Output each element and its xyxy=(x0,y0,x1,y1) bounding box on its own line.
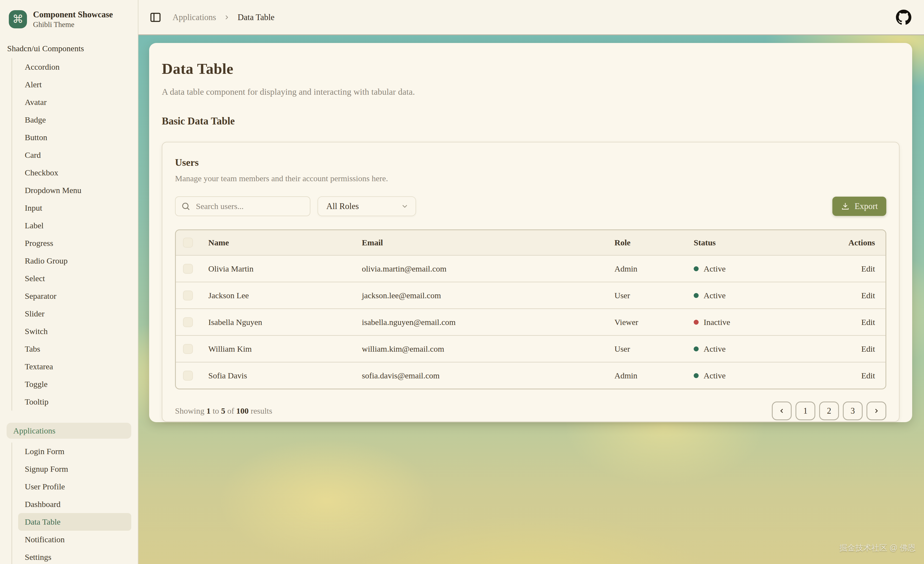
sidebar-item-tabs[interactable]: Tabs xyxy=(18,340,131,358)
row-checkbox[interactable] xyxy=(183,317,193,327)
sidebar-item-radio-group[interactable]: Radio Group xyxy=(18,252,131,269)
pagination-next-button[interactable] xyxy=(867,402,886,420)
status-dot xyxy=(694,293,699,298)
edit-button[interactable]: Edit xyxy=(861,317,875,326)
sidebar: ⌘ Component Showcase Ghibli Theme Shadcn… xyxy=(0,0,138,564)
table-header-row: Name Email Role Status Actions xyxy=(176,230,885,255)
edit-button[interactable]: Edit xyxy=(861,291,875,300)
pagination-page-3[interactable]: 3 xyxy=(843,402,862,420)
breadcrumb-current: Data Table xyxy=(237,12,274,22)
pagination-page-1[interactable]: 1 xyxy=(795,402,815,420)
sidebar-item-progress[interactable]: Progress xyxy=(18,235,131,252)
sidebar-toggle-icon[interactable] xyxy=(149,11,162,23)
cell-email: olivia.martin@email.com xyxy=(362,264,615,274)
sidebar-item-dashboard[interactable]: Dashboard xyxy=(18,495,131,513)
role-filter-select[interactable]: All Roles xyxy=(318,196,416,216)
page-panel: Data Table A data table component for di… xyxy=(149,43,912,422)
export-button[interactable]: Export xyxy=(832,197,886,216)
app-title: Component Showcase xyxy=(33,9,113,20)
status-dot xyxy=(694,373,699,378)
export-label: Export xyxy=(855,201,878,211)
row-checkbox[interactable] xyxy=(183,264,193,274)
cell-name: Olivia Martin xyxy=(208,264,362,274)
sidebar-item-button[interactable]: Button xyxy=(18,129,131,146)
sidebar-item-badge[interactable]: Badge xyxy=(18,111,131,129)
sidebar-item-input[interactable]: Input xyxy=(18,199,131,217)
table-row: William Kim william.kim@email.com User A… xyxy=(176,335,885,362)
app-root: ⌘ Component Showcase Ghibli Theme Shadcn… xyxy=(0,0,924,564)
status-dot xyxy=(694,320,699,325)
app-subtitle: Ghibli Theme xyxy=(33,20,113,30)
cell-role: Viewer xyxy=(615,317,694,327)
search-input[interactable] xyxy=(175,196,310,216)
sidebar-item-label[interactable]: Label xyxy=(18,217,131,235)
sidebar-item-notification[interactable]: Notification xyxy=(18,531,131,548)
section-heading: Basic Data Table xyxy=(162,115,900,127)
sidebar-item-alert[interactable]: Alert xyxy=(18,76,131,93)
sidebar-item-login-form[interactable]: Login Form xyxy=(18,442,131,460)
status-dot xyxy=(694,346,699,351)
sidebar-item-dropdown-menu[interactable]: Dropdown Menu xyxy=(18,182,131,199)
sidebar-item-user-profile[interactable]: User Profile xyxy=(18,478,131,495)
column-header-status: Status xyxy=(694,238,848,247)
breadcrumb: Applications Data Table xyxy=(172,12,274,22)
sidebar-item-toggle[interactable]: Toggle xyxy=(18,375,131,393)
sidebar-item-data-table[interactable]: Data Table xyxy=(18,513,131,531)
cell-role: User xyxy=(615,291,694,300)
sidebar-item-separator[interactable]: Separator xyxy=(18,287,131,305)
page-description: A data table component for displaying an… xyxy=(162,87,900,97)
search-box xyxy=(175,196,310,216)
row-checkbox[interactable] xyxy=(183,371,193,381)
card-description: Manage your team members and their accou… xyxy=(175,174,886,183)
cell-name: Sofia Davis xyxy=(208,371,362,380)
table-row: Jackson Lee jackson.lee@email.com User A… xyxy=(176,282,885,308)
row-checkbox[interactable] xyxy=(183,344,193,354)
sidebar-item-textarea[interactable]: Textarea xyxy=(18,358,131,375)
watermark: 掘金技术社区 @ 佛恩 xyxy=(839,543,916,553)
pagination-prev-button[interactable] xyxy=(772,402,792,420)
sidebar-item-select[interactable]: Select xyxy=(18,269,131,287)
cell-role: Admin xyxy=(615,264,694,274)
cell-role: User xyxy=(615,344,694,353)
edit-button[interactable]: Edit xyxy=(861,344,875,353)
cell-role: Admin xyxy=(615,371,694,380)
edit-button[interactable]: Edit xyxy=(861,371,875,380)
status-label: Active xyxy=(704,371,726,380)
cell-email: william.kim@email.com xyxy=(362,344,615,353)
users-table: Name Email Role Status Actions Olivia Ma… xyxy=(175,229,886,390)
cell-name: Isabella Nguyen xyxy=(208,317,362,327)
components-nav: Accordion Alert Avatar Badge Button Card… xyxy=(12,58,131,411)
sidebar-item-slider[interactable]: Slider xyxy=(18,305,131,322)
select-all-checkbox[interactable] xyxy=(183,238,193,248)
column-header-name: Name xyxy=(208,238,362,247)
page-title: Data Table xyxy=(162,60,900,77)
search-icon xyxy=(181,202,190,211)
chevron-right-icon xyxy=(223,14,230,21)
sidebar-item-tooltip[interactable]: Tooltip xyxy=(18,393,131,411)
sidebar-item-accordion[interactable]: Accordion xyxy=(18,58,131,76)
edit-button[interactable]: Edit xyxy=(861,264,875,273)
users-card: Users Manage your team members and their… xyxy=(162,142,900,422)
breadcrumb-applications[interactable]: Applications xyxy=(172,12,216,22)
command-icon: ⌘ xyxy=(9,10,27,29)
cell-email: sofia.davis@email.com xyxy=(362,371,615,380)
card-title: Users xyxy=(175,157,886,168)
pagination-page-2[interactable]: 2 xyxy=(819,402,839,420)
github-icon[interactable] xyxy=(896,10,911,25)
sidebar-item-checkbox[interactable]: Checkbox xyxy=(18,164,131,182)
chevron-right-icon xyxy=(873,407,880,414)
sidebar-section-applications[interactable]: Applications xyxy=(7,423,131,439)
sidebar-item-signup-form[interactable]: Signup Form xyxy=(18,460,131,478)
sidebar-item-switch[interactable]: Switch xyxy=(18,322,131,340)
main-area: Applications Data Table Data Table A dat… xyxy=(138,0,924,564)
sidebar-item-settings[interactable]: Settings xyxy=(18,548,131,564)
chevron-left-icon xyxy=(778,407,785,414)
sidebar-item-avatar[interactable]: Avatar xyxy=(18,93,131,111)
results-summary: Showing 1 to 5 of 100 results xyxy=(175,406,272,415)
table-row: Olivia Martin olivia.martin@email.com Ad… xyxy=(176,255,885,282)
sidebar-item-card[interactable]: Card xyxy=(18,146,131,164)
cell-email: isabella.nguyen@email.com xyxy=(362,317,615,327)
status-dot xyxy=(694,266,699,271)
row-checkbox[interactable] xyxy=(183,290,193,301)
column-header-role: Role xyxy=(615,238,694,247)
